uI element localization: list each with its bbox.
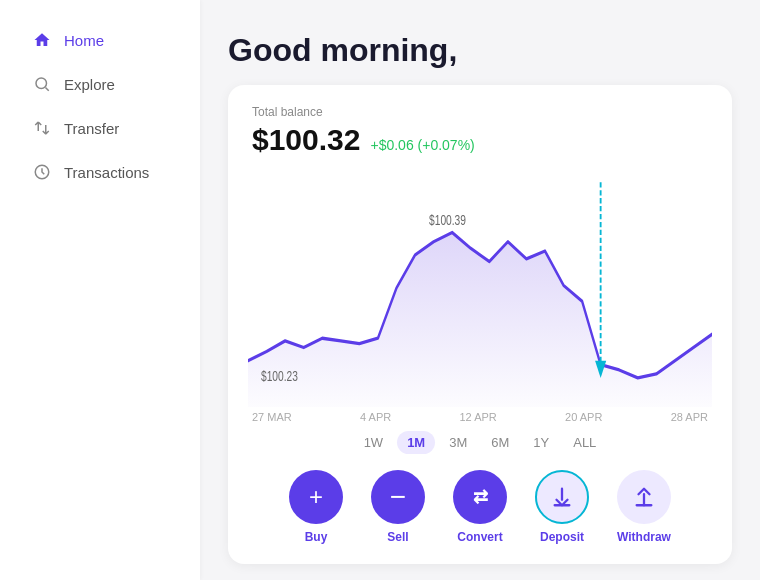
actions-row: + Buy − Sell ⇄ Convert <box>252 458 708 548</box>
withdraw-label: Withdraw <box>617 530 671 544</box>
sidebar-item-home[interactable]: Home <box>8 20 192 60</box>
chart-area: $100.39 $100.23 <box>248 169 712 407</box>
sidebar-label-transfer: Transfer <box>64 120 119 137</box>
transfer-icon <box>32 118 52 138</box>
withdraw-button[interactable] <box>617 470 671 524</box>
sell-button[interactable]: − <box>371 470 425 524</box>
buy-icon: + <box>309 485 323 509</box>
home-icon <box>32 30 52 50</box>
sidebar-label-explore: Explore <box>64 76 115 93</box>
convert-icon: ⇄ <box>473 486 488 508</box>
action-buy[interactable]: + Buy <box>289 470 343 544</box>
deposit-icon <box>551 486 573 508</box>
clock-icon <box>32 162 52 182</box>
svg-text:$100.39: $100.39 <box>429 212 466 228</box>
balance-chart: $100.39 $100.23 <box>248 169 712 407</box>
buy-label: Buy <box>305 530 328 544</box>
action-convert[interactable]: ⇄ Convert <box>453 470 507 544</box>
balance-row: $100.32 +$0.06 (+0.07%) <box>252 123 708 157</box>
period-all[interactable]: ALL <box>563 431 606 454</box>
sidebar-label-home: Home <box>64 32 104 49</box>
buy-button[interactable]: + <box>289 470 343 524</box>
sidebar-item-transactions[interactable]: Transactions <box>8 152 192 192</box>
sidebar-item-transfer[interactable]: Transfer <box>8 108 192 148</box>
search-icon <box>32 74 52 94</box>
balance-card: Total balance $100.32 +$0.06 (+0.07%) $1… <box>228 85 732 564</box>
sidebar-label-transactions: Transactions <box>64 164 149 181</box>
balance-label: Total balance <box>252 105 708 119</box>
action-deposit[interactable]: Deposit <box>535 470 589 544</box>
period-1m[interactable]: 1M <box>397 431 435 454</box>
svg-text:$100.23: $100.23 <box>261 368 298 384</box>
withdraw-icon <box>633 486 655 508</box>
deposit-button[interactable] <box>535 470 589 524</box>
time-label-3: 20 APR <box>565 411 602 423</box>
action-withdraw[interactable]: Withdraw <box>617 470 671 544</box>
sidebar: Home Explore Transfer Transactions <box>0 0 200 580</box>
period-6m[interactable]: 6M <box>481 431 519 454</box>
balance-change: +$0.06 (+0.07%) <box>370 137 474 153</box>
action-sell[interactable]: − Sell <box>371 470 425 544</box>
period-1y[interactable]: 1Y <box>523 431 559 454</box>
main-content: Good morning, Total balance $100.32 +$0.… <box>200 0 760 580</box>
period-1w[interactable]: 1W <box>354 431 394 454</box>
time-labels: 27 MAR 4 APR 12 APR 20 APR 28 APR <box>252 407 708 423</box>
sell-icon: − <box>390 483 406 511</box>
balance-amount: $100.32 <box>252 123 360 157</box>
convert-label: Convert <box>457 530 502 544</box>
sell-label: Sell <box>387 530 408 544</box>
svg-line-1 <box>45 87 48 90</box>
time-label-1: 4 APR <box>360 411 391 423</box>
convert-button[interactable]: ⇄ <box>453 470 507 524</box>
period-3m[interactable]: 3M <box>439 431 477 454</box>
sidebar-item-explore[interactable]: Explore <box>8 64 192 104</box>
deposit-label: Deposit <box>540 530 584 544</box>
time-label-0: 27 MAR <box>252 411 292 423</box>
greeting: Good morning, <box>228 32 732 69</box>
time-label-2: 12 APR <box>460 411 497 423</box>
period-selector: 1W 1M 3M 6M 1Y ALL <box>252 423 708 458</box>
time-label-4: 28 APR <box>671 411 708 423</box>
svg-point-0 <box>36 78 47 89</box>
